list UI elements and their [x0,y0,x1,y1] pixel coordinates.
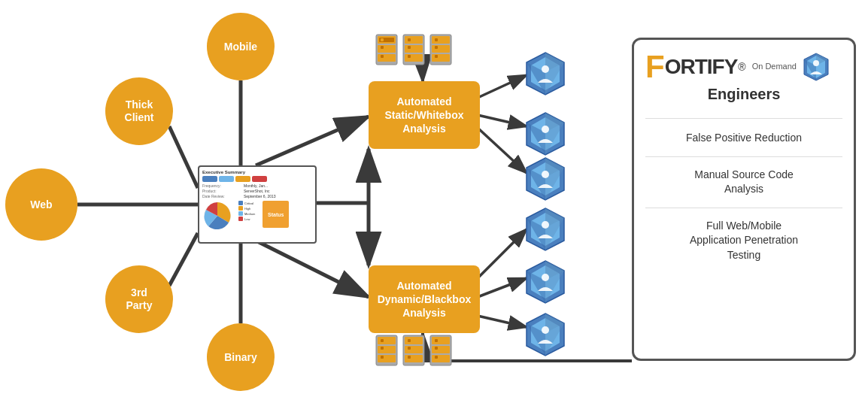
svg-rect-27 [378,45,396,53]
svg-rect-33 [408,38,411,41]
svg-rect-55 [405,346,423,353]
fortify-panel: F ORTIFY ® On Demand Engineers False Pos… [632,38,856,361]
svg-line-18 [478,278,527,297]
svg-line-17 [478,229,527,278]
engineer-icon [803,52,830,82]
svg-point-106 [813,60,819,66]
node-web: Web [5,168,77,241]
svg-rect-46 [378,337,396,344]
node-third-party: 3rd Party [105,265,173,333]
svg-rect-32 [405,36,423,44]
server-group-top [375,33,453,66]
node-binary: Binary [207,323,275,391]
server-icon-4 [375,334,399,367]
svg-line-5 [169,233,198,286]
svg-rect-56 [408,347,411,350]
svg-line-8 [256,241,369,297]
engineers-label: Engineers [645,86,842,103]
central-dashboard: Executive Summary Frequency:Monthly, Jan… [198,165,317,244]
svg-rect-40 [435,38,438,41]
svg-line-7 [256,117,369,165]
svg-rect-44 [435,55,438,58]
svg-rect-37 [408,55,411,58]
aws-icon-5 [525,259,566,305]
svg-line-16 [478,128,527,173]
svg-rect-29 [378,54,396,62]
svg-rect-60 [432,337,450,344]
server-icon-1 [375,33,399,66]
svg-rect-43 [432,54,450,62]
fortify-logo: F ORTIFY ® On Demand [645,51,842,83]
aws-icon-6 [525,312,566,357]
analysis-static: Automated Static/Whitebox Analysis [369,81,480,149]
svg-rect-47 [381,339,384,342]
svg-point-101 [542,326,549,334]
server-group-bottom [375,334,453,367]
svg-line-3 [169,126,198,188]
svg-rect-61 [435,339,438,342]
aws-icon-1 [525,51,566,96]
svg-rect-65 [435,356,438,359]
svg-rect-26 [381,38,384,41]
svg-line-19 [478,316,527,327]
diagram-container: Mobile Thick Client Web 3rd Party Binary… [0,0,868,400]
svg-rect-62 [432,346,450,353]
svg-rect-34 [405,45,423,53]
svg-point-89 [542,221,549,229]
svg-point-95 [542,274,549,281]
svg-point-83 [542,171,549,178]
aws-icon-2 [525,111,566,156]
svg-rect-48 [378,346,396,353]
node-mobile: Mobile [207,13,275,80]
svg-rect-42 [435,46,438,49]
svg-rect-35 [408,46,411,49]
svg-rect-57 [405,355,423,362]
svg-rect-49 [381,347,384,350]
svg-line-14 [478,75,527,98]
svg-rect-36 [405,54,423,62]
svg-line-15 [478,115,527,126]
aws-icon-3 [525,156,566,202]
svg-rect-63 [435,347,438,350]
service-penetration: Full Web/MobileApplication PenetrationTe… [645,219,842,263]
svg-rect-41 [432,45,450,53]
server-icon-3 [429,33,453,66]
svg-rect-53 [405,337,423,344]
on-demand-text: On Demand [752,62,797,71]
server-icon-5 [402,334,426,367]
svg-rect-39 [432,36,450,44]
svg-rect-64 [432,355,450,362]
svg-point-77 [542,126,549,133]
svg-point-71 [542,65,549,73]
fortify-f-letter: F [645,51,665,83]
service-manual-source: Manual Source CodeAnalysis [645,168,842,197]
svg-rect-58 [408,356,411,359]
fortify-ortify-text: ORTIFY [665,56,738,77]
server-icon-6 [429,334,453,367]
svg-rect-51 [381,356,384,359]
server-icon-2 [402,33,426,66]
node-thick-client: Thick Client [105,77,173,145]
trademark-symbol: ® [738,61,745,73]
service-false-positive: False Positive Reduction [645,131,842,146]
svg-rect-50 [378,355,396,362]
svg-rect-54 [408,339,411,342]
analysis-dynamic: Automated Dynamic/Blackbox Analysis [369,265,480,333]
svg-rect-28 [381,46,384,49]
aws-icon-4 [525,207,566,252]
svg-rect-30 [381,55,384,58]
